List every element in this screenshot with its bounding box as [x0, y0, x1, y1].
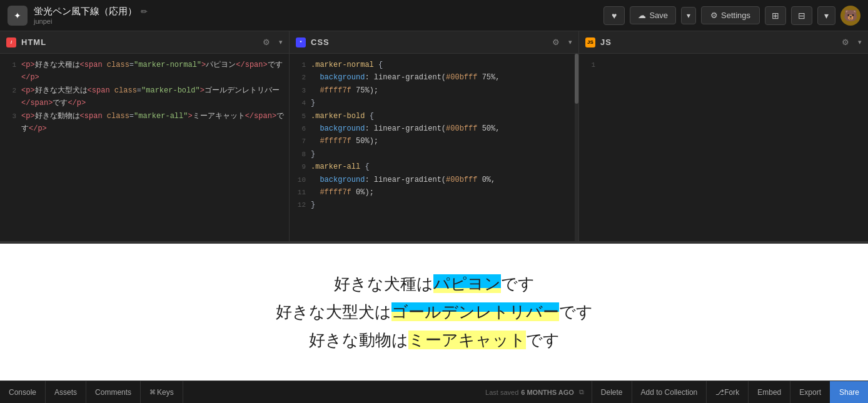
marker-all-text: ミーアキャット	[408, 331, 526, 349]
code-line: 3 <p>好きな動物は<span class="marker-all">ミーアキ…	[3, 110, 286, 136]
scrollbar-track[interactable]	[575, 54, 578, 241]
css-badge: *	[296, 37, 306, 47]
title-block: 蛍光ペン風下線（応用） ✏ junpei	[34, 6, 148, 25]
html-panel-title: HTML	[21, 37, 46, 47]
topbar-actions: ♥ ☁ Save ▾ ⚙ Settings ⊞ ⊟ ▾ 🐻	[603, 6, 860, 26]
code-line: 1	[582, 59, 865, 71]
chevron-button[interactable]: ▾	[817, 6, 835, 25]
code-line: 9 .marker-all {	[292, 161, 576, 173]
code-line: 6 background: linear-gradient(#00bfff 50…	[292, 122, 576, 135]
code-line: 3 #ffff7f 75%);	[292, 84, 576, 97]
logo: ✦	[8, 6, 28, 26]
bottombar: Console Assets Comments ⌘ Keys Last save…	[0, 381, 868, 403]
html-code[interactable]: 1 <p>好きな犬種は<span class="marker-normal">パ…	[0, 54, 289, 241]
js-settings-icon[interactable]: ⚙	[842, 37, 849, 47]
bookmark-button[interactable]: ⊟	[791, 6, 812, 25]
preview-line-2: 好きな大型犬はゴールデンレトリバーです	[276, 301, 593, 323]
code-line: 5 .marker-bold {	[292, 110, 576, 122]
code-line: 1 .marker-normal {	[292, 59, 576, 71]
save-status: Last saved 6 MONTHS AGO ⧉	[478, 388, 592, 396]
settings-button[interactable]: ⚙ Settings	[701, 6, 760, 24]
save-button[interactable]: ☁ Save	[630, 6, 676, 24]
author-name: junpei	[34, 17, 148, 25]
css-code[interactable]: 1 .marker-normal { 2 background: linear-…	[290, 54, 578, 241]
delete-button[interactable]: Delete	[592, 381, 632, 403]
code-line: 2 background: linear-gradient(#00bfff 75…	[292, 71, 576, 84]
tab-comments[interactable]: Comments	[86, 381, 141, 403]
editor-area: / HTML ⚙ ▾ 1 <p>好きな犬種は<span class="marke…	[0, 31, 868, 244]
edit-icon[interactable]: ✏	[141, 7, 148, 16]
scrollbar-thumb[interactable]	[575, 54, 578, 104]
js-badge: JS	[585, 37, 595, 47]
tab-assets[interactable]: Assets	[46, 381, 86, 403]
css-panel: * CSS ⚙ ▾ 1 .marker-normal { 2 backgroun…	[290, 31, 579, 241]
tab-console[interactable]: Console	[0, 381, 46, 403]
marker-normal-text: パピヨン	[433, 274, 501, 293]
code-line: 1 <p>好きな犬種は<span class="marker-normal">パ…	[3, 59, 286, 84]
js-panel-header: JS JS ⚙ ▾	[579, 31, 868, 54]
code-line: 12 }	[292, 199, 576, 211]
export-button[interactable]: Export	[790, 381, 830, 403]
code-line: 2 <p>好きな大型犬は<span class="marker-bold">ゴー…	[3, 84, 286, 110]
html-settings-icon[interactable]: ⚙	[263, 37, 270, 47]
avatar[interactable]: 🐻	[840, 6, 860, 26]
html-panel: / HTML ⚙ ▾ 1 <p>好きな犬種は<span class="marke…	[0, 31, 290, 241]
css-panel-header: * CSS ⚙ ▾	[290, 31, 578, 54]
js-panel-title: JS	[600, 37, 612, 47]
html-badge: /	[6, 37, 16, 47]
add-to-collection-button[interactable]: Add to Collection	[632, 381, 707, 403]
bottom-actions: Delete Add to Collection ⎇ Fork Embed Ex…	[592, 381, 868, 403]
fork-button[interactable]: ⎇ Fork	[706, 381, 748, 403]
html-panel-header: / HTML ⚙ ▾	[0, 31, 289, 54]
css-panel-title: CSS	[311, 37, 330, 47]
js-code[interactable]: 1	[579, 54, 868, 241]
css-chevron-icon[interactable]: ▾	[568, 38, 572, 46]
html-chevron-icon[interactable]: ▾	[279, 38, 283, 46]
preview-area: 好きな犬種はパピヨンです 好きな大型犬はゴールデンレトリバーです 好きな動物はミ…	[0, 244, 868, 381]
like-button[interactable]: ♥	[603, 6, 625, 25]
code-line: 7 #ffff7f 50%);	[292, 135, 576, 147]
topbar: ✦ 蛍光ペン風下線（応用） ✏ junpei ♥ ☁ Save ▾ ⚙ Sett…	[0, 0, 868, 31]
share-button[interactable]: Share	[830, 381, 868, 403]
preview-line-3: 好きな動物はミーアキャットです	[309, 329, 560, 351]
code-line: 8 }	[292, 148, 576, 161]
tab-keys[interactable]: ⌘ Keys	[141, 381, 183, 403]
js-chevron-icon[interactable]: ▾	[858, 38, 862, 46]
layout-button[interactable]: ⊞	[765, 6, 786, 25]
code-line: 11 #ffff7f 0%);	[292, 186, 576, 199]
code-line: 10 background: linear-gradient(#00bfff 0…	[292, 174, 576, 186]
project-title: 蛍光ペン風下線（応用） ✏	[34, 6, 148, 17]
bottom-tabs: Console Assets Comments ⌘ Keys	[0, 381, 183, 403]
code-line: 4 }	[292, 97, 576, 109]
save-chevron-button[interactable]: ▾	[681, 7, 696, 24]
js-panel: JS JS ⚙ ▾ 1	[579, 31, 868, 241]
embed-button[interactable]: Embed	[748, 381, 790, 403]
marker-bold-text: ゴールデンレトリバー	[391, 302, 559, 321]
preview-line-1: 好きな犬種はパピヨンです	[334, 273, 535, 295]
css-settings-icon[interactable]: ⚙	[552, 37, 560, 47]
